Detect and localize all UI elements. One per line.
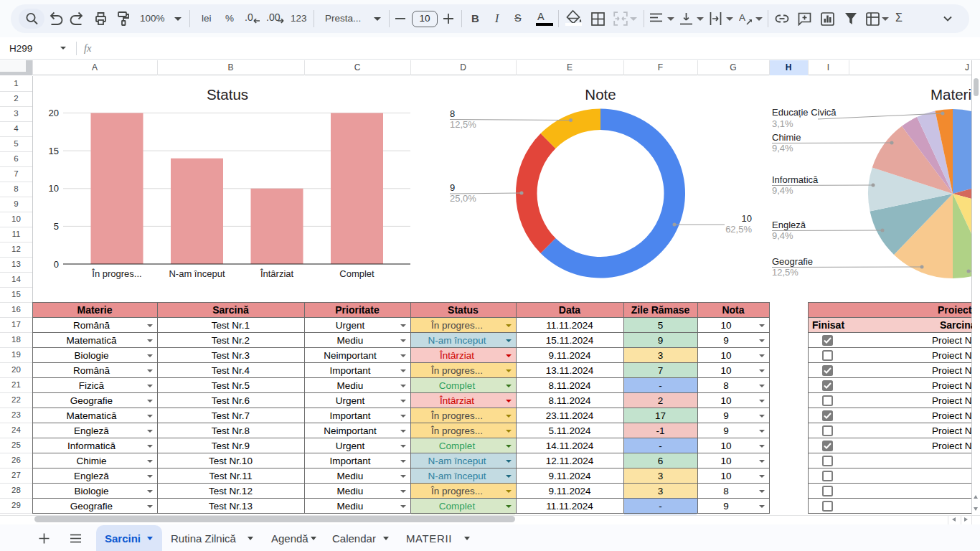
svg-text:9,4%: 9,4% [772,143,793,154]
svg-text:10: 10 [742,213,752,224]
svg-text:25,0%: 25,0% [450,193,476,204]
svg-text:În progres...: În progres... [91,268,141,279]
svg-text:Note: Note [585,86,616,103]
svg-text:15: 15 [49,146,59,156]
svg-text:Complet: Complet [339,268,374,279]
svg-text:Chimie: Chimie [772,132,801,143]
svg-text:62,5%: 62,5% [725,224,752,235]
svg-text:20: 20 [49,108,59,118]
svg-text:Informatică: Informatică [772,174,819,185]
svg-text:8: 8 [450,108,455,119]
svg-text:Geografie: Geografie [772,256,813,267]
svg-text:Engleză: Engleză [772,220,806,230]
svg-text:N-am început: N-am început [169,268,225,279]
svg-text:9,4%: 9,4% [772,230,793,241]
svg-text:A: A [739,12,745,23]
svg-text:Status: Status [207,86,248,103]
svg-text:9: 9 [450,182,455,193]
svg-text:Materii: Materii [930,86,971,103]
svg-text:Educație Civică: Educație Civică [772,107,837,118]
svg-text:Întârziat: Întârziat [260,268,294,279]
svg-text:12,5%: 12,5% [450,119,476,130]
svg-text:12,5%: 12,5% [772,267,798,278]
svg-text:5: 5 [54,221,59,232]
svg-text:10: 10 [49,183,59,194]
svg-text:3,1%: 3,1% [772,118,793,129]
svg-text:9,4%: 9,4% [772,185,793,196]
svg-text:0: 0 [54,259,59,270]
